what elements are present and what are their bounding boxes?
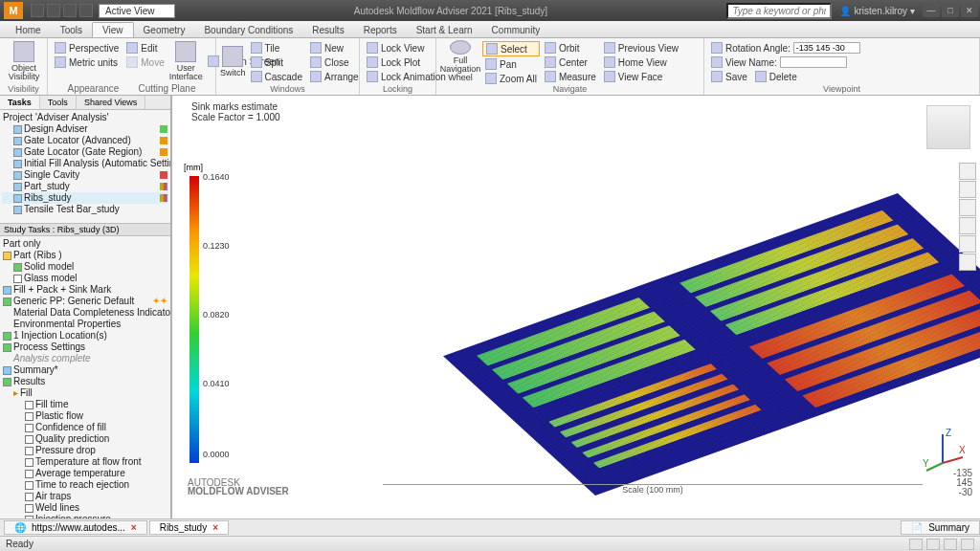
- units-dropdown[interactable]: Metric units: [52, 55, 122, 69]
- move-button[interactable]: Move: [123, 55, 167, 69]
- checkbox[interactable]: [25, 435, 33, 444]
- tree-item[interactable]: Pressure drop: [2, 445, 168, 456]
- tree-item[interactable]: Part only: [2, 238, 168, 250]
- tab-community[interactable]: Community: [482, 23, 550, 37]
- vt-fit-icon[interactable]: [959, 235, 976, 253]
- tab-boundary[interactable]: Boundary Conditions: [194, 23, 302, 37]
- viewport-3d[interactable]: Sink marks estimate Scale Factor = 1.000…: [172, 96, 980, 518]
- tree-item[interactable]: Environmental Properties: [2, 319, 168, 330]
- workspace-dropdown[interactable]: Active View: [99, 4, 175, 18]
- lock-plot-button[interactable]: Lock Plot: [364, 55, 432, 69]
- vt-zoom-icon[interactable]: [959, 217, 976, 234]
- tree-item[interactable]: Glass model: [2, 273, 168, 284]
- vt-home-icon[interactable]: [959, 163, 976, 180]
- qat-open-icon[interactable]: [31, 4, 44, 17]
- checkbox[interactable]: [25, 504, 33, 513]
- new-window-button[interactable]: New: [307, 41, 362, 55]
- tab-close-icon[interactable]: ×: [212, 522, 218, 533]
- panel-tab-tasks[interactable]: Tasks: [0, 96, 40, 109]
- tree-item[interactable]: Process Settings: [2, 342, 168, 353]
- tab-start-learn[interactable]: Start & Learn: [407, 23, 482, 37]
- save-view-button[interactable]: Save: [708, 70, 750, 83]
- checkbox[interactable]: [25, 470, 33, 478]
- tree-item[interactable]: Solid model: [2, 261, 168, 273]
- summary-tab[interactable]: 📄Summary: [901, 520, 980, 535]
- checkbox[interactable]: [25, 493, 33, 501]
- tree-item[interactable]: Material Data Completeness Indicators: [2, 307, 168, 319]
- view-cube[interactable]: [926, 105, 970, 149]
- tree-item[interactable]: Average temperature: [2, 468, 168, 479]
- measure-button[interactable]: Measure: [542, 70, 599, 83]
- rotation-angle-input[interactable]: [793, 42, 860, 54]
- checkbox[interactable]: [25, 401, 33, 409]
- qat-save-icon[interactable]: [47, 4, 60, 17]
- project-item[interactable]: Part_study: [2, 181, 168, 192]
- perspective-toggle[interactable]: Perspective: [52, 41, 122, 55]
- tab-reports[interactable]: Reports: [354, 23, 407, 37]
- tab-home[interactable]: Home: [6, 23, 51, 37]
- object-visibility-button[interactable]: Object Visibility: [4, 40, 44, 82]
- tab-geometry[interactable]: Geometry: [134, 23, 195, 37]
- zoom-all-button[interactable]: Zoom All: [482, 72, 540, 85]
- checkbox[interactable]: [25, 424, 33, 432]
- checkbox[interactable]: [25, 412, 33, 421]
- tree-item[interactable]: ▸Fill: [2, 387, 168, 399]
- doc-tab[interactable]: 🌐https://www.autodes...×: [4, 520, 147, 535]
- select-button[interactable]: Select: [482, 41, 540, 56]
- status-btn-icon[interactable]: [926, 539, 940, 550]
- delete-view-button[interactable]: Delete: [752, 70, 800, 83]
- status-btn-icon[interactable]: [961, 539, 974, 550]
- qat-undo-icon[interactable]: [63, 4, 77, 17]
- tree-item[interactable]: 1 Injection Location(s): [2, 330, 168, 342]
- project-item[interactable]: Design Adviser: [2, 123, 168, 135]
- vt-pan-icon[interactable]: [959, 199, 976, 216]
- tree-item[interactable]: Temperature at flow front: [2, 456, 168, 468]
- view-face-button[interactable]: View Face: [601, 70, 681, 83]
- tree-item[interactable]: Confidence of fill: [2, 422, 168, 433]
- panel-tab-tools[interactable]: Tools: [40, 96, 77, 109]
- center-button[interactable]: Center: [542, 55, 599, 69]
- user-menu[interactable]: 👤kristen.kilroy▾: [839, 6, 915, 16]
- project-root[interactable]: Project 'Adviser Analysis': [2, 112, 168, 123]
- project-item[interactable]: Tensile Test Bar_study: [2, 204, 168, 215]
- tree-item[interactable]: Quality prediction: [2, 433, 168, 445]
- cascade-button[interactable]: Cascade: [248, 70, 305, 83]
- split-button[interactable]: Split: [248, 55, 305, 69]
- project-item[interactable]: Gate Locator (Gate Region): [2, 146, 168, 158]
- search-input[interactable]: [726, 3, 832, 19]
- lock-view-button[interactable]: Lock View: [364, 41, 432, 55]
- close-window-button[interactable]: Close: [307, 55, 362, 69]
- user-interface-button[interactable]: User Interface: [169, 40, 203, 82]
- tree-item[interactable]: Time to reach ejection: [2, 479, 168, 491]
- full-nav-wheel-button[interactable]: Full Navigation Wheel: [440, 40, 480, 82]
- status-btn-icon[interactable]: [909, 539, 923, 550]
- previous-view-button[interactable]: Previous View: [601, 41, 681, 55]
- arrange-button[interactable]: Arrange: [307, 70, 362, 83]
- project-item[interactable]: Ribs_study: [2, 192, 168, 204]
- view-name-input[interactable]: [780, 56, 847, 68]
- tree-item[interactable]: Generic PP: Generic Default✦✦: [2, 296, 168, 307]
- status-btn-icon[interactable]: [944, 539, 957, 550]
- qat-redo-icon[interactable]: [79, 4, 93, 17]
- doc-tab-active[interactable]: Ribs_study×: [149, 520, 229, 535]
- tree-item[interactable]: Weld lines: [2, 502, 168, 514]
- lock-animation-button[interactable]: Lock Animation: [364, 70, 432, 83]
- tree-item[interactable]: Results: [2, 376, 168, 387]
- tree-item[interactable]: Fill + Pack + Sink Mark: [2, 284, 168, 296]
- tree-item[interactable]: Summary*: [2, 364, 168, 376]
- checkbox[interactable]: [25, 458, 33, 467]
- tab-view[interactable]: View: [92, 22, 134, 37]
- project-item[interactable]: Initial Fill Analysis (Automatic Setting…: [2, 158, 168, 169]
- project-item[interactable]: Gate Locator (Advanced): [2, 135, 168, 146]
- tree-item[interactable]: Plastic flow: [2, 410, 168, 422]
- home-view-button[interactable]: Home View: [601, 55, 681, 69]
- vt-orbit-icon[interactable]: [959, 181, 976, 198]
- checkbox[interactable]: [25, 447, 33, 455]
- panel-tab-shared-views[interactable]: Shared Views: [77, 96, 145, 109]
- close-button[interactable]: ✕: [961, 4, 978, 17]
- checkbox[interactable]: [25, 481, 33, 490]
- tile-button[interactable]: Tile: [248, 41, 305, 55]
- edit-button[interactable]: Edit: [123, 41, 167, 55]
- vt-face-icon[interactable]: [959, 253, 976, 271]
- tab-results[interactable]: Results: [302, 23, 353, 37]
